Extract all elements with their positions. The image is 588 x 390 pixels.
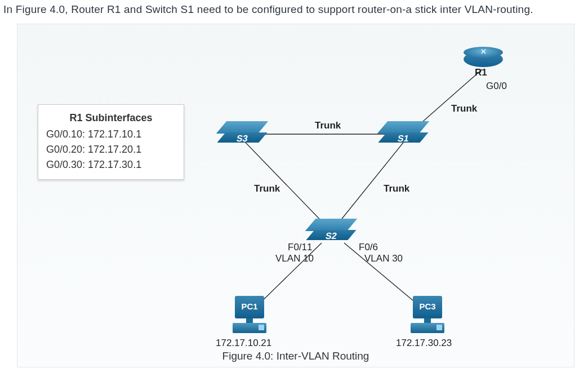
switch-s3-label: S3 [220,134,264,144]
s2-pc3-vlan-label: VLAN 30 [364,253,403,264]
cfgbox-line: G0/0.20: 172.17.20.1 [46,142,176,157]
s2-pc1-vlan-label: VLAN 10 [275,253,314,264]
pc3-monitor-icon [413,296,442,318]
pc3-ip-label: 172.17.30.23 [396,338,452,349]
figure-area: R1 Subinterfaces G0/0.10: 172.17.10.1 G0… [17,24,574,367]
s2-pc1-port-label: F0/11 [288,242,312,253]
router-interface-label: G0/0 [486,81,507,92]
pc1 [229,296,274,341]
s2-pc3-port-label: F0/6 [359,242,378,253]
cfgbox-line: G0/0.30: 172.17.30.1 [46,157,176,172]
switch-s3: S3 [221,121,263,144]
intro-text: In Figure 4.0, Router R1 and Switch S1 n… [3,3,533,16]
pc1-ip-label: 172.17.10.21 [216,338,271,349]
switch-s1: S1 [382,121,424,144]
topology-links [17,24,575,368]
cfgbox-line: G0/0.10: 172.17.10.1 [46,127,176,142]
switch-s2-label: S2 [309,231,353,241]
link-label-s1-s2: Trunk [384,183,409,194]
pc1-monitor-icon [235,296,264,318]
link-label-s3-s2: Trunk [254,183,280,194]
switch-s1-label: S1 [381,134,425,144]
router-arrows-icon: ✕ [464,47,503,56]
cfgbox-title: R1 Subinterfaces [46,110,176,126]
figure-caption: Figure 4.0: Inter-VLAN Routing [17,350,574,362]
link-label-s1-r1: Trunk [451,103,477,114]
switch-s2: S2 [310,219,352,241]
link-label-s3-s1: Trunk [315,120,341,131]
r1-subinterfaces-box: R1 Subinterfaces G0/0.10: 172.17.10.1 G0… [38,104,184,180]
router-label: R1 [475,67,487,78]
pc3 [407,296,452,341]
